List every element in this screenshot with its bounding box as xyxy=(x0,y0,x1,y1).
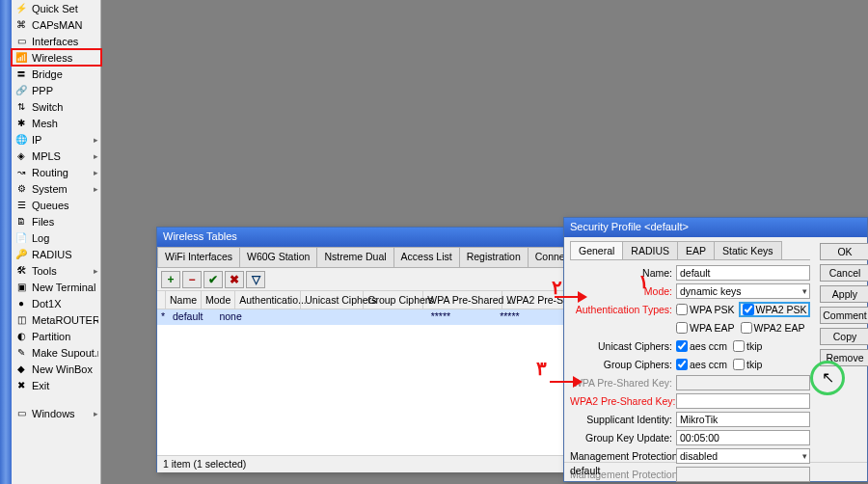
sidebar-icon: 🌐 xyxy=(14,133,28,147)
ok-button[interactable]: OK xyxy=(820,243,868,260)
column-header[interactable]: Group Ciphers xyxy=(364,291,423,309)
sidebar-item-routing[interactable]: ↝Routing▸ xyxy=(12,164,101,180)
enable-button[interactable]: ✔ xyxy=(203,271,223,288)
titlebar-wireless-tables[interactable]: Wireless Tables xyxy=(157,228,563,247)
sidebar-item-tools[interactable]: 🛠Tools▸ xyxy=(12,262,101,279)
column-header[interactable]: WPA Pre-Shared ... xyxy=(423,291,502,309)
tab-registration[interactable]: Registration xyxy=(459,247,529,267)
supplicant-input[interactable] xyxy=(676,412,810,427)
sidebar-item-label: Interfaces xyxy=(32,36,98,47)
sidebar-item-bridge[interactable]: 〓Bridge xyxy=(12,66,101,82)
tab-static-keys[interactable]: Static Keys xyxy=(714,241,782,259)
sidebar-item-label: CAPsMAN xyxy=(32,19,98,31)
row-mode: none xyxy=(215,309,261,325)
sidebar-item-radius[interactable]: 🔑RADIUS xyxy=(12,246,101,262)
row-unicast xyxy=(319,309,374,325)
remove-button[interactable]: Remove xyxy=(820,349,868,366)
sidebar-item-new-terminal[interactable]: ▣New Terminal xyxy=(12,279,101,295)
mode-combo[interactable]: dynamic keys xyxy=(676,283,810,299)
sidebar-item-label: PPP xyxy=(32,85,98,96)
sidebar-item-label: Switch xyxy=(32,101,98,113)
mp-combo[interactable]: disabled xyxy=(676,448,810,464)
sidebar-icon: 🛠 xyxy=(14,264,28,278)
tab-nstreme-dual[interactable]: Nstreme Dual xyxy=(316,247,393,267)
column-header[interactable]: Name xyxy=(166,291,202,309)
chevron-right-icon: ▸ xyxy=(94,266,98,276)
sidebar-item-label: Files xyxy=(32,216,98,228)
column-header[interactable] xyxy=(157,291,166,309)
gku-input[interactable] xyxy=(676,430,810,445)
sidebar-item-ip[interactable]: 🌐IP▸ xyxy=(12,131,101,148)
table-row[interactable]: * default none ***** ***** xyxy=(157,309,563,325)
sidebar-item-ppp[interactable]: 🔗PPP xyxy=(12,82,101,98)
row-wpa2: ***** xyxy=(496,309,563,325)
sidebar-item-system[interactable]: ⚙System▸ xyxy=(12,180,101,197)
sidebar-item-label: Dot1X xyxy=(32,298,98,309)
remove-button[interactable]: − xyxy=(182,271,202,288)
check-wpa-psk[interactable]: WPA PSK xyxy=(676,304,735,315)
sidebar-item-exit[interactable]: ✖Exit xyxy=(12,377,101,393)
tab-access-list[interactable]: Access List xyxy=(393,247,460,267)
windows-icon: ▭ xyxy=(14,407,28,420)
sidebar-item-make-supout-rif[interactable]: ✎Make Supout.rif xyxy=(12,344,101,361)
sidebar-icon: ▣ xyxy=(14,281,28,294)
cancel-button[interactable]: Cancel xyxy=(820,264,868,282)
apply-button[interactable]: Apply xyxy=(820,285,868,303)
check-wpa2-psk[interactable]: WPA2 PSK xyxy=(741,304,809,315)
grid-header: NameModeAuthenticatio...Unicast CiphersG… xyxy=(157,291,563,309)
sidebar-item-label: Routing xyxy=(32,167,94,178)
sidebar-item-label: Partition xyxy=(32,331,98,342)
disable-button[interactable]: ✖ xyxy=(225,271,244,288)
sidebar-item-dot1x[interactable]: ●Dot1X xyxy=(12,295,101,311)
check-unicast-aes[interactable]: aes ccm xyxy=(676,340,727,352)
label-wpa2-psk: WPA2 Pre-Shared Key: xyxy=(570,395,676,407)
column-header[interactable]: WPA2 Pre-Shared xyxy=(502,291,563,309)
sidebar-item-new-winbox[interactable]: ◆New WinBox xyxy=(12,361,101,377)
sidebar-icon: ● xyxy=(14,297,28,310)
sidebar-item-quick-set[interactable]: ⚡Quick Set xyxy=(12,0,101,16)
sidebar-item-log[interactable]: 📄Log xyxy=(12,229,101,246)
check-wpa2-eap[interactable]: WPA2 EAP xyxy=(741,322,805,334)
tab-wifi-interfaces[interactable]: WiFi Interfaces xyxy=(157,247,240,267)
sidebar-item-files[interactable]: 🗎Files xyxy=(12,213,101,229)
tab-connect-list[interactable]: Connect List xyxy=(528,247,563,267)
sidebar-item-mpls[interactable]: ◈MPLS▸ xyxy=(12,148,101,164)
check-group-tkip[interactable]: tkip xyxy=(733,359,762,370)
name-input[interactable] xyxy=(676,265,810,281)
sidebar-icon: ↝ xyxy=(14,166,28,179)
sidebar-item-metarouter[interactable]: ◫MetaROUTER xyxy=(12,311,101,328)
sidebar-item-windows[interactable]: ▭Windows▸ xyxy=(12,405,101,421)
sidebar-item-queues[interactable]: ☰Queues xyxy=(12,197,101,213)
column-header[interactable]: Unicast Ciphers xyxy=(301,291,364,309)
label-group: Group Ciphers: xyxy=(570,359,676,370)
sidebar-item-switch[interactable]: ⇅Switch xyxy=(12,98,101,115)
check-wpa-eap[interactable]: WPA EAP xyxy=(676,322,735,334)
tab-radius[interactable]: RADIUS xyxy=(622,241,678,259)
sidebar-item-mesh[interactable]: ✱Mesh xyxy=(12,115,101,131)
column-header[interactable]: Authenticatio... xyxy=(235,291,301,309)
sidebar-item-partition[interactable]: ◐Partition xyxy=(12,328,101,344)
filter-button[interactable]: ▽ xyxy=(246,271,265,288)
sidebar-item-wireless[interactable]: 📶Wireless xyxy=(12,49,101,66)
add-button[interactable]: + xyxy=(161,271,180,288)
tab-general[interactable]: General xyxy=(570,241,623,259)
wpa2-psk-input[interactable] xyxy=(676,393,810,409)
check-unicast-tkip[interactable]: tkip xyxy=(733,340,762,352)
titlebar-security-profile[interactable]: Security Profile <default> xyxy=(564,218,867,237)
sidebar: ⚡Quick Set⌘CAPsMAN▭Interfaces📶Wireless〓B… xyxy=(0,0,101,484)
sidebar-item-interfaces[interactable]: ▭Interfaces xyxy=(12,33,101,49)
label-mp: Management Protection: xyxy=(570,450,676,462)
sidebar-item-capsman[interactable]: ⌘CAPsMAN xyxy=(12,16,101,33)
tab-eap[interactable]: EAP xyxy=(677,241,715,259)
auth-types-group-2: WPA EAP WPA2 EAP xyxy=(676,322,810,334)
label-wpa-psk: WPA Pre-Shared Key: xyxy=(570,377,676,389)
chevron-right-icon: ▸ xyxy=(94,184,98,194)
check-group-aes[interactable]: aes ccm xyxy=(676,359,727,370)
column-header[interactable]: Mode xyxy=(202,291,235,309)
copy-button[interactable]: Copy xyxy=(820,328,868,345)
label-mode: Mode: xyxy=(570,285,676,297)
comment-button[interactable]: Comment xyxy=(820,307,868,324)
sidebar-icon: ⌘ xyxy=(14,18,28,32)
tab-w60g-station[interactable]: W60G Station xyxy=(239,247,317,267)
sidebar-item-label: Bridge xyxy=(32,68,98,80)
